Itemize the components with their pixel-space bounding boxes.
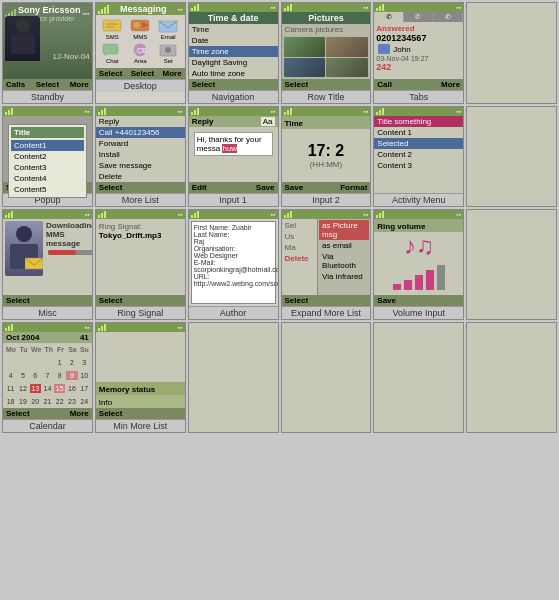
ml-item-5[interactable]: Delete	[96, 171, 185, 182]
cal-d21[interactable]: 12	[17, 384, 28, 393]
ml-item-0[interactable]: Reply	[96, 116, 185, 127]
in1-reply-box[interactable]: Hi, thanks for your messa huw	[194, 132, 273, 156]
desktop-select-left[interactable]: Select	[99, 69, 123, 78]
ml-select[interactable]: Select	[99, 183, 123, 192]
misc-bottom-bar: Select	[3, 295, 92, 306]
popup-item-1[interactable]: Content2	[11, 151, 84, 162]
ml-item-4[interactable]: Save message	[96, 160, 185, 171]
em-item-1[interactable]: as email	[319, 240, 369, 251]
cal-d20[interactable]: 11	[5, 384, 16, 393]
in1-content: Hi, thanks for your messa huw	[189, 127, 278, 182]
am-item-2[interactable]: Content 2	[374, 149, 463, 160]
cal-d25[interactable]: 16	[66, 384, 77, 393]
in2-format-btn[interactable]: Format	[340, 183, 367, 192]
cal-d12[interactable]: 6	[30, 371, 41, 380]
ml-item-1[interactable]: Call +440123456	[96, 127, 185, 138]
standby-more[interactable]: More	[70, 80, 89, 89]
tab-dialed[interactable]: ✆	[434, 12, 464, 22]
nav-item-2[interactable]: Time zone	[189, 46, 278, 57]
am-item-3[interactable]: Content 3	[374, 160, 463, 171]
tabs-more[interactable]: More	[441, 80, 460, 89]
nav-item-1[interactable]: Date	[189, 35, 278, 46]
cal-d24[interactable]: 15	[54, 384, 65, 393]
mml-select[interactable]: Select	[99, 409, 123, 418]
rs-select[interactable]: Select	[99, 296, 123, 305]
tabs-date: 03-Nov-04 19:27	[376, 55, 461, 62]
email-icon-item[interactable]: Email	[156, 19, 181, 40]
rt-img-2[interactable]	[326, 37, 368, 57]
am-item-0[interactable]: Content 1	[374, 127, 463, 138]
cal-select[interactable]: Select	[6, 409, 30, 418]
cal-d04[interactable]: 1	[54, 358, 65, 367]
tabs-call[interactable]: Call	[377, 80, 392, 89]
popup-item-4[interactable]: Content5	[11, 184, 84, 195]
cal-d14[interactable]: 8	[54, 371, 65, 380]
mms-icon-item[interactable]: MMS	[128, 19, 153, 40]
cal-day-sa: Sa	[67, 345, 78, 354]
cal-d32[interactable]: 20	[30, 397, 41, 406]
em-item-0[interactable]: as Picture msg	[319, 220, 369, 240]
em-item-2[interactable]: Via Bluetooth	[319, 251, 369, 271]
nav-select[interactable]: Select	[192, 80, 216, 89]
standby-select[interactable]: Select	[36, 80, 60, 89]
standby-calls[interactable]: Calls	[6, 80, 25, 89]
cal-d26[interactable]: 17	[79, 384, 90, 393]
popup-item-0[interactable]: Content1	[11, 140, 84, 151]
mml-item-info[interactable]: Info	[99, 398, 112, 407]
settings-icon-item[interactable]: Set	[156, 43, 181, 64]
desktop-more[interactable]: More	[163, 69, 182, 78]
in2-time-value[interactable]: 17: 2	[308, 142, 344, 160]
popup-item-2[interactable]: Content3	[11, 162, 84, 173]
rt-select[interactable]: Select	[285, 80, 309, 89]
vi-save[interactable]: Save	[377, 296, 396, 305]
tabs-contact-name[interactable]: John	[393, 45, 410, 54]
nav-battery: ▪▪	[271, 4, 276, 11]
cal-more[interactable]: More	[70, 409, 89, 418]
cal-d22-today[interactable]: 13	[30, 384, 41, 393]
cal-d13[interactable]: 7	[42, 371, 53, 380]
nav-item-4[interactable]: Auto time zone	[189, 68, 278, 79]
sms-icon-item[interactable]: SMS	[100, 19, 125, 40]
mml-popup: Memory status Info	[96, 382, 185, 408]
cal-d34[interactable]: 22	[54, 397, 65, 406]
misc-select[interactable]: Select	[6, 296, 30, 305]
cal-d33[interactable]: 21	[42, 397, 53, 406]
rs-value[interactable]: Tokyo_Drift.mp3	[99, 231, 182, 240]
in1-save[interactable]: Save	[256, 183, 275, 192]
nav-item-3[interactable]: Daylight Saving	[189, 57, 278, 68]
ml-item-2[interactable]: Forward	[96, 138, 185, 149]
tab-answered[interactable]: ✆	[374, 12, 404, 22]
cal-d31[interactable]: 19	[17, 397, 28, 406]
area-msg-icon-item[interactable]: CB Area	[128, 43, 153, 64]
author-box[interactable]: First Name: Zuabir Last Name: Raj Organi…	[191, 221, 276, 304]
tab-missed[interactable]: ✆	[404, 12, 434, 22]
cal-d06[interactable]: 3	[79, 358, 90, 367]
desktop-signal	[98, 5, 109, 14]
cal-d11[interactable]: 5	[17, 371, 28, 380]
popup-item-3[interactable]: Content4	[11, 173, 84, 184]
cal-d05[interactable]: 2	[66, 358, 77, 367]
chat-icon-item[interactable]: Chat	[100, 43, 125, 64]
cal-d23[interactable]: 14	[42, 384, 53, 393]
in2-signal	[284, 108, 292, 115]
nav-item-0[interactable]: Time	[189, 24, 278, 35]
cal-d16[interactable]: 10	[79, 371, 90, 380]
cal-d36[interactable]: 24	[79, 397, 90, 406]
in2-save[interactable]: Save	[285, 183, 304, 192]
cal-d15[interactable]: 9	[66, 371, 77, 380]
mml-item-memory[interactable]: Memory status	[99, 385, 155, 394]
rt-img-4[interactable]	[326, 58, 368, 78]
rt-img-3[interactable]	[284, 58, 326, 78]
cal-d30[interactable]: 18	[5, 397, 16, 406]
am-item-1[interactable]: Selected	[374, 138, 463, 149]
in1-edit[interactable]: Edit	[192, 183, 207, 192]
em-sel-label: Sel	[283, 220, 317, 231]
cal-d35[interactable]: 23	[66, 397, 77, 406]
desktop-select-right[interactable]: Select	[131, 69, 155, 78]
em-delete[interactable]: Delete	[283, 253, 317, 264]
rt-img-1[interactable]	[284, 37, 326, 57]
em-select[interactable]: Select	[285, 296, 309, 305]
em-item-3[interactable]: Via infrared	[319, 271, 369, 282]
cal-d10[interactable]: 4	[5, 371, 16, 380]
ml-item-3[interactable]: Install	[96, 149, 185, 160]
